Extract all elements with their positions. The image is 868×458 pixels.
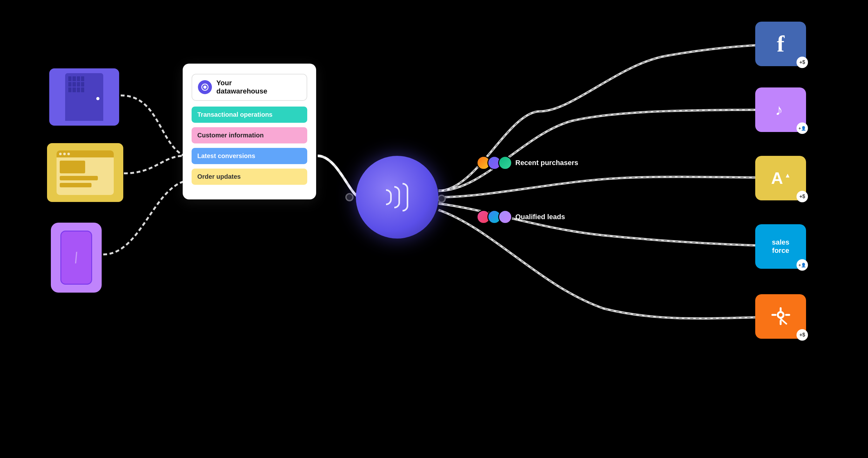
svg-point-1: [438, 195, 445, 202]
svg-text:♪: ♪: [775, 102, 783, 118]
qualified-leads-avatars: [476, 210, 512, 224]
svg-rect-11: [771, 314, 776, 316]
google-ads-badge: +$: [797, 191, 808, 202]
tag-orders: Order updates: [192, 169, 307, 185]
google-ads-icon: A ▲: [768, 165, 793, 191]
avatar-3: [498, 156, 512, 170]
salesforce-badge: +👤: [797, 259, 808, 271]
hub-waves: [386, 183, 408, 211]
tag-conversions: Latest conversions: [192, 148, 307, 164]
google-ads-destination[interactable]: A ▲ +$: [755, 156, 806, 200]
salesforce-destination[interactable]: salesforce +👤: [755, 224, 806, 269]
door-source: [49, 68, 119, 126]
facebook-badge: +$: [797, 57, 808, 68]
phone-source: /: [51, 223, 102, 293]
hubspot-icon: [769, 305, 793, 328]
dw-icon: [198, 80, 212, 94]
datawarehouse-card: Your datawarehouse Transactional operati…: [183, 64, 316, 199]
dw-title: Your datawarehouse: [216, 79, 267, 96]
svg-text:▲: ▲: [784, 172, 791, 179]
hubspot-badge: +$: [797, 329, 808, 341]
recent-purchasers-label: Recent purchasers: [515, 159, 578, 167]
svg-rect-10: [780, 320, 782, 325]
svg-rect-12: [785, 314, 790, 316]
tag-transactional: Transactional operations: [192, 107, 307, 123]
audience-qualified-leads: Qualified leads: [476, 210, 565, 224]
audience-recent-purchasers: Recent purchasers: [476, 156, 578, 170]
central-hub: [356, 156, 438, 238]
tiktok-icon: ♪: [770, 98, 792, 121]
avatar-6: [498, 210, 512, 224]
recent-purchasers-avatars: [476, 156, 512, 170]
hubspot-destination[interactable]: +$: [755, 294, 806, 339]
facebook-destination[interactable]: f +$: [755, 22, 806, 66]
tiktok-destination[interactable]: ♪ +👤: [755, 87, 806, 132]
salesforce-icon: salesforce: [772, 238, 789, 255]
svg-point-0: [346, 194, 353, 201]
svg-point-8: [779, 313, 782, 317]
browser-source: [47, 143, 123, 202]
qualified-leads-label: Qualified leads: [515, 213, 565, 221]
tiktok-badge: +👤: [797, 122, 808, 134]
svg-rect-9: [780, 307, 782, 312]
svg-text:A: A: [771, 169, 783, 187]
facebook-icon: f: [777, 31, 784, 57]
svg-point-3: [203, 86, 207, 89]
dw-header: Your datawarehouse: [192, 74, 307, 101]
tag-customer: Customer information: [192, 127, 307, 143]
